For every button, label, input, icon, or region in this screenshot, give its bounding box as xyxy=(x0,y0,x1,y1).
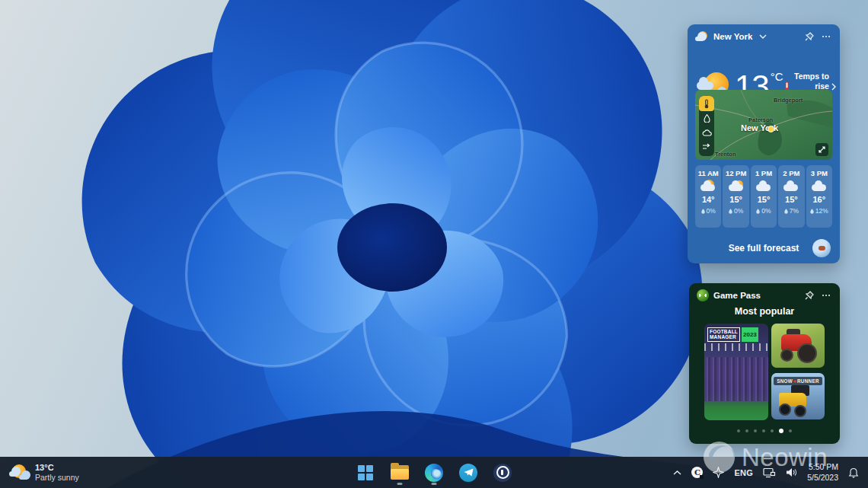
wind-layer-icon[interactable] xyxy=(699,140,714,154)
see-full-forecast-link[interactable]: See full forecast xyxy=(729,243,799,254)
precipitation-chance: 0% xyxy=(729,207,743,215)
start-button[interactable] xyxy=(354,460,377,486)
map-city-label: Paterson xyxy=(748,116,773,123)
weather-widget[interactable]: New York 13 °C Temps to rise tomorrow xyxy=(688,24,840,263)
tray-chevron-up-icon[interactable] xyxy=(673,457,681,488)
cloud-layer-icon[interactable] xyxy=(699,126,714,139)
file-explorer-button[interactable] xyxy=(388,460,411,486)
sparkle-tray-icon[interactable] xyxy=(713,457,724,488)
map-layer-toolbar xyxy=(699,96,714,156)
taskbar: 13°C Partly sunny C ENG xyxy=(0,457,868,488)
weather-map[interactable]: Bridgeport Paterson New York Trenton xyxy=(695,90,832,160)
precipitation-layer-icon[interactable] xyxy=(699,112,714,126)
game-card-snowrunner[interactable]: SNOW★RUNNER xyxy=(771,373,825,419)
telegram-button[interactable] xyxy=(457,460,480,486)
game-card-football-manager[interactable]: FOOTBALLMANAGER 2023 xyxy=(704,324,768,420)
taskbar-temperature: 13°C xyxy=(35,462,79,473)
folder-icon xyxy=(391,465,409,480)
tray-time: 5:50 PM xyxy=(809,462,838,473)
tray-app-icon[interactable]: C xyxy=(691,457,703,488)
windows-logo-icon xyxy=(358,465,373,480)
hourly-forecast-cell[interactable]: 12 PM 15° 0% xyxy=(723,165,748,228)
droplet-icon xyxy=(810,209,814,214)
onepassword-button[interactable] xyxy=(491,460,514,486)
most-popular-heading: Most popular xyxy=(689,306,840,317)
taskbar-condition: Partly sunny xyxy=(35,473,79,483)
gamepass-title: Game Pass xyxy=(713,291,761,300)
partly-sunny-icon xyxy=(9,464,29,482)
game-card-farming-simulator[interactable] xyxy=(771,324,825,368)
msn-weather-icon xyxy=(812,239,831,257)
telegram-icon xyxy=(459,464,477,482)
gamepass-widget[interactable]: Game Pass Most popular FOOTBALLMANAGER 2… xyxy=(689,283,840,444)
taskbar-weather-chip[interactable]: 13°C Partly sunny xyxy=(0,457,88,488)
droplet-icon xyxy=(729,209,732,214)
game-grid: FOOTBALLMANAGER 2023 SNOW★RUNNER xyxy=(704,324,825,420)
map-expand-icon[interactable] xyxy=(815,143,828,156)
network-icon[interactable] xyxy=(763,457,776,488)
weather-location-label[interactable]: New York xyxy=(713,32,752,41)
more-options-icon[interactable] xyxy=(820,289,832,301)
xbox-logo-icon xyxy=(697,289,709,301)
carousel-dot[interactable] xyxy=(737,429,740,432)
droplet-icon xyxy=(701,209,705,214)
cloudy-icon xyxy=(754,180,774,193)
map-city-label: Trenton xyxy=(715,151,736,158)
carousel-pagination xyxy=(689,429,840,433)
carousel-dot[interactable] xyxy=(745,429,748,432)
language-indicator[interactable]: ENG xyxy=(734,457,753,488)
pin-icon[interactable] xyxy=(803,289,815,301)
map-location-pin xyxy=(767,126,774,132)
cloudy-icon xyxy=(781,180,801,193)
mostly-cloudy-icon xyxy=(726,180,746,193)
temperature-unit: °C xyxy=(771,70,783,83)
carousel-dot[interactable] xyxy=(754,429,757,432)
precipitation-chance: 12% xyxy=(810,207,828,215)
hourly-forecast-cell[interactable]: 2 PM 15° 7% xyxy=(778,165,804,228)
football-manager-logo: FOOTBALLMANAGER 2023 xyxy=(707,327,765,342)
precipitation-chance: 7% xyxy=(784,207,799,215)
precipitation-chance: 0% xyxy=(756,207,771,215)
carousel-dot-active[interactable] xyxy=(779,429,783,433)
weather-footer: See full forecast xyxy=(688,233,840,263)
carousel-dot[interactable] xyxy=(789,429,792,432)
droplet-icon xyxy=(756,209,760,214)
hourly-forecast-cell[interactable]: 3 PM 16° 12% xyxy=(806,165,832,228)
system-tray: C ENG 5:50 PM 5/5/2023 xyxy=(673,457,868,488)
map-city-label: Bridgeport xyxy=(774,97,803,104)
onepassword-icon xyxy=(493,464,512,482)
chevron-down-icon[interactable] xyxy=(757,30,769,43)
snowrunner-logo: SNOW★RUNNER xyxy=(774,377,822,385)
droplet-icon xyxy=(784,209,788,214)
partly-sunny-icon xyxy=(698,180,718,193)
hourly-forecast-cell[interactable]: 11 AM 14° 0% xyxy=(695,165,721,228)
edge-browser-button[interactable] xyxy=(423,460,445,486)
carousel-dot[interactable] xyxy=(771,429,774,432)
weather-widget-header: New York xyxy=(688,24,840,46)
carousel-dot[interactable] xyxy=(762,429,765,432)
edge-icon xyxy=(425,464,443,482)
more-options-icon[interactable] xyxy=(820,30,832,43)
taskbar-center-icons xyxy=(354,457,514,488)
clock[interactable]: 5:50 PM 5/5/2023 xyxy=(807,457,838,488)
notification-bell-icon[interactable] xyxy=(848,457,859,488)
chevron-right-icon xyxy=(831,83,836,91)
precipitation-chance: 0% xyxy=(701,207,716,215)
cloudy-icon xyxy=(809,180,829,193)
temperature-layer-icon[interactable] xyxy=(699,96,714,111)
volume-icon[interactable] xyxy=(786,457,797,488)
weather-condition-icon xyxy=(695,31,709,43)
tray-date: 5/5/2023 xyxy=(807,473,838,483)
pin-icon[interactable] xyxy=(803,30,815,43)
gamepass-widget-header: Game Pass xyxy=(689,283,840,305)
hourly-forecast: 11 AM 14° 0% 12 PM 15° 0% 1 PM 15° 0% xyxy=(695,165,832,228)
hourly-forecast-cell[interactable]: 1 PM 15° 0% xyxy=(751,165,777,228)
